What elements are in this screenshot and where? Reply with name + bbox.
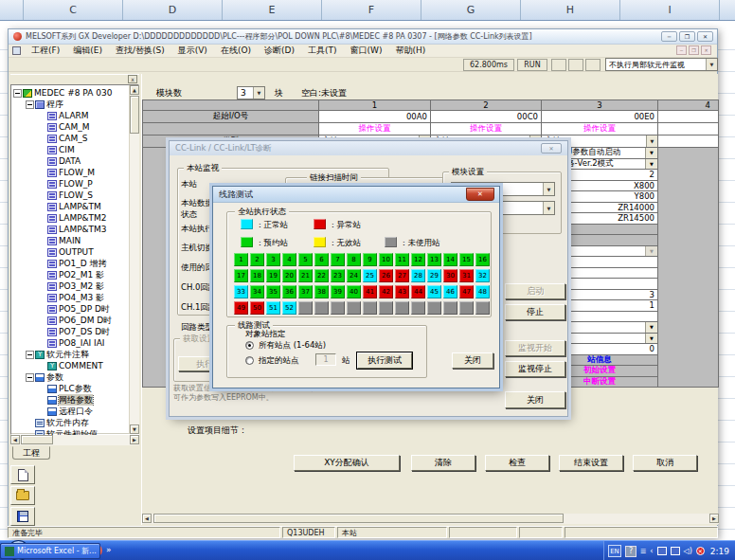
tree-item[interactable]: FLOW_S <box>11 190 127 201</box>
menu-item[interactable]: 工具(T) <box>301 45 344 57</box>
tree-item[interactable]: LAMP&TM <box>11 201 127 212</box>
open-project-button[interactable] <box>10 486 35 505</box>
execute-test-button[interactable]: 执行测试 <box>357 352 412 369</box>
cancel-button[interactable]: 取消 <box>633 455 697 471</box>
language-indicator[interactable]: EN <box>608 545 621 557</box>
tree-item[interactable]: PO6_DM D时 <box>11 315 127 326</box>
tree-horizontal-scrollbar[interactable]: ◀ ▶ <box>10 435 139 445</box>
tree-expand-icon[interactable] <box>38 385 46 393</box>
menu-item[interactable]: 帮助(H) <box>388 45 432 57</box>
tree-item[interactable]: 软元件注释 <box>11 349 127 360</box>
xy-assign-confirm-button[interactable]: XY分配确认 <box>294 455 400 471</box>
new-project-button[interactable] <box>10 465 35 484</box>
close-icon[interactable]: ✕ <box>541 143 562 154</box>
operation-link-1[interactable]: 操作设置 <box>319 123 431 135</box>
tree-expand-icon[interactable] <box>38 316 46 325</box>
restore-button[interactable]: ❐ <box>679 31 695 42</box>
tree-expand-icon[interactable] <box>26 373 34 382</box>
tree-expand-icon[interactable] <box>38 112 46 120</box>
tree-expand-icon[interactable] <box>38 339 46 348</box>
mdi-close-button[interactable]: ✕ <box>701 45 711 55</box>
volume-icon[interactable]: ◁) <box>684 547 692 555</box>
type-cell-4[interactable] <box>658 135 719 148</box>
chevron-down-icon[interactable]: ▼ <box>543 183 554 195</box>
monitor-stop-button[interactable]: 监视停止 <box>505 361 565 377</box>
close-button[interactable]: ✕ <box>697 31 713 42</box>
mdi-minimize-button[interactable]: ─ <box>676 45 687 55</box>
tree-item[interactable]: PO1_D 增拷 <box>11 258 127 269</box>
quicklaunch-overflow-chevron[interactable]: » <box>106 545 112 554</box>
alert-tray-icon[interactable]: ✕ <box>696 547 705 555</box>
scroll-right-icon[interactable]: ▶ <box>709 514 719 523</box>
window-titlebar[interactable]: MELSOFT系列 GX Developer D:\DDDDDDDDDDDDD\… <box>9 29 717 45</box>
tree-item[interactable]: PO4_M3 影 <box>11 292 127 303</box>
start-io-cell-4[interactable] <box>658 111 719 123</box>
operation-link-2[interactable]: 操作设置 <box>431 123 542 135</box>
tree-expand-icon[interactable] <box>38 396 46 405</box>
link-stop-button[interactable]: 停止 <box>505 304 565 320</box>
link-start-button[interactable]: 启动 <box>505 283 565 299</box>
menu-item[interactable]: 查找/替换(S) <box>109 45 171 57</box>
dialog-titlebar[interactable]: 线路测试 ✕ <box>213 187 499 203</box>
tree-expand-icon[interactable] <box>38 260 46 268</box>
tree-vertical-scrollbar[interactable]: ▲ ▼ <box>129 85 139 434</box>
start-io-cell-1[interactable]: 00A0 <box>319 111 431 123</box>
tree-expand-icon[interactable] <box>38 248 46 257</box>
minimize-button[interactable]: ─ <box>661 31 677 42</box>
tree-hscroll-thumb[interactable] <box>21 435 53 444</box>
tree-expand-icon[interactable] <box>38 180 46 189</box>
tree-expand-icon[interactable] <box>38 237 46 245</box>
tree-item[interactable]: PO5_DP D时 <box>11 303 127 315</box>
tree-item[interactable]: PO3_M2 影 <box>11 280 127 292</box>
station-number-input[interactable]: 1 <box>315 353 336 366</box>
menu-item[interactable]: 窗口(W) <box>343 45 388 57</box>
tree-item[interactable]: LAMP&TM2 <box>11 212 127 224</box>
tree-expand-icon[interactable] <box>38 282 46 291</box>
project-tab[interactable]: 工程 <box>12 446 50 460</box>
tree-item[interactable]: FLOW_P <box>11 178 127 190</box>
tree-item[interactable]: PO2_M1 影 <box>11 269 127 280</box>
tree-item[interactable]: 软元件内存 <box>11 417 127 428</box>
tree-item[interactable]: CIM <box>11 144 127 155</box>
menu-item[interactable]: 显示(V) <box>171 45 214 57</box>
tree-expand-icon[interactable] <box>38 362 46 370</box>
tree-item[interactable]: CAM_M <box>11 121 127 133</box>
tree-expand-icon[interactable] <box>38 123 46 132</box>
tree-item[interactable]: OUTPUT <box>11 246 127 258</box>
network-icon[interactable] <box>671 547 680 555</box>
tree-expand-icon[interactable] <box>38 294 46 302</box>
tree-item[interactable]: PLC参数 <box>11 383 127 394</box>
display-icon[interactable] <box>657 547 667 555</box>
chevron-down-icon[interactable]: ▼ <box>253 87 264 99</box>
collapse-chevron-icon[interactable]: ‹ <box>650 547 653 555</box>
module-count-dropdown[interactable]: 3 ▼ <box>237 86 265 99</box>
tree-item[interactable]: LAMP&TM3 <box>11 224 127 235</box>
linetest-close-button[interactable]: 关闭 <box>452 352 493 369</box>
tree-item[interactable]: PO7_DS D时 <box>11 326 127 337</box>
keyboard-icon[interactable]: ☰ <box>640 548 646 555</box>
clear-button[interactable]: 清除 <box>411 455 475 471</box>
tree-item[interactable]: DATA <box>11 155 127 167</box>
tree-item[interactable]: FLOW_M <box>11 167 127 178</box>
monitor-mode-dropdown[interactable]: 不执行局部软元件监视 ▼ <box>605 58 718 71</box>
tree-item[interactable]: MAIN <box>11 235 127 246</box>
all-stations-radio[interactable] <box>245 341 254 350</box>
start-io-cell-3[interactable]: 00E0 <box>542 111 658 123</box>
chevron-down-icon[interactable]: ▼ <box>706 59 717 70</box>
tree-close-icon[interactable]: x <box>128 75 137 83</box>
operation-cell-4[interactable] <box>658 123 719 135</box>
tree-scroll-thumb[interactable] <box>130 96 139 134</box>
task-button[interactable]: Microsoft Excel - 新... <box>0 543 100 559</box>
tree-expand-icon[interactable] <box>38 271 46 280</box>
tree-item[interactable]: ALARM <box>11 110 127 121</box>
menu-item[interactable]: 诊断(D) <box>258 45 301 57</box>
tree-panel-header[interactable]: x <box>10 74 139 83</box>
monitor-start-button[interactable]: 监视开始 <box>505 340 565 356</box>
main-horizontal-scrollbar[interactable]: ◀ ▶ <box>142 514 719 524</box>
tree-expand-icon[interactable] <box>38 328 46 336</box>
specified-station-radio[interactable] <box>245 356 254 365</box>
tree-expand-icon[interactable] <box>26 100 34 109</box>
scroll-left-icon[interactable]: ◀ <box>142 514 152 523</box>
tree-item[interactable]: 程序 <box>11 99 127 110</box>
tree-expand-icon[interactable] <box>38 169 46 177</box>
